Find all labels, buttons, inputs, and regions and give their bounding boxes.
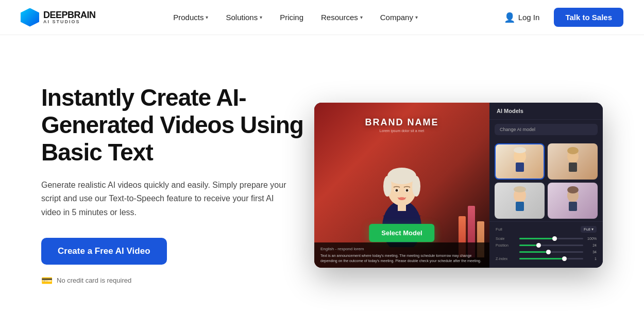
model-card-2[interactable] (548, 143, 598, 180)
video-language: English - respond lorem (320, 247, 483, 251)
svg-point-10 (406, 189, 409, 192)
talk-to-sales-button[interactable]: Talk to Sales (554, 8, 623, 27)
credit-card-icon: 💳 (41, 275, 53, 286)
mockup-container: BRAND NAME Lorem ipsum dolor sit a met (314, 103, 603, 268)
svg-point-4 (387, 168, 416, 184)
scale-slider[interactable] (519, 238, 583, 239)
brand-subtitle: Lorem ipsum dolor sit a met (350, 129, 453, 133)
zindex-slider[interactable] (519, 258, 583, 259)
model-card-3[interactable] (495, 183, 545, 219)
svg-point-13 (514, 147, 526, 153)
create-video-button[interactable]: Create a Free AI Video (41, 238, 167, 265)
y-slider[interactable] (519, 251, 583, 253)
select-model-button[interactable]: Select Model (369, 224, 434, 242)
video-preview-area: BRAND NAME Lorem ipsum dolor sit a met (314, 103, 489, 268)
x-slider[interactable] (519, 245, 583, 246)
full-label: Full (496, 227, 502, 232)
ai-models-panel: AI Models Change AI model (489, 103, 603, 268)
svg-point-11 (398, 197, 405, 200)
scale-select[interactable]: Full ▾ (581, 226, 597, 233)
product-mockup: BRAND NAME Lorem ipsum dolor sit a met (314, 103, 603, 268)
zindex-label: Z-index (496, 257, 516, 261)
user-icon: 👤 (504, 12, 515, 23)
model-avatar-3 (510, 185, 530, 216)
svg-rect-14 (516, 163, 524, 172)
hero-content: Instantly Create AI-Generated Videos Usi… (41, 84, 309, 286)
model-avatar-2 (563, 146, 583, 177)
nav-right: 👤 Log In Talk to Sales (496, 8, 623, 27)
chevron-down-icon: ▾ (206, 14, 208, 20)
no-credit-card-label: 💳 No credit card is required (41, 275, 309, 286)
hero-description: Generate realistic AI videos quickly and… (41, 178, 294, 219)
chevron-down-icon: ▾ (415, 14, 418, 20)
logo-icon (21, 8, 39, 27)
chevron-down-icon: ▾ (260, 14, 262, 20)
nav-company[interactable]: Company ▾ (373, 9, 425, 26)
navbar: DEEPBRAIN AI STUDIOS Products ▾ Solution… (0, 0, 644, 35)
panel-title: AI Models (489, 103, 603, 120)
logo: DEEPBRAIN AI STUDIOS (21, 8, 96, 27)
nav-products[interactable]: Products ▾ (166, 9, 215, 26)
svg-point-5 (383, 176, 392, 197)
panel-controls: Full Full ▾ Scale 100% Position (489, 221, 603, 268)
nav-pricing[interactable]: Pricing (273, 9, 311, 26)
model-avatar-1 (510, 146, 530, 177)
hero-section: Instantly Create AI-Generated Videos Usi… (0, 35, 644, 325)
nav-solutions[interactable]: Solutions ▾ (218, 9, 269, 26)
scale-slider-label: Scale (496, 237, 516, 240)
brand-name-text: BRAND NAME (350, 117, 453, 128)
model-card-4[interactable] (548, 183, 598, 219)
svg-point-22 (567, 186, 579, 193)
svg-point-6 (412, 176, 420, 197)
model-avatar-4 (563, 185, 583, 216)
chevron-down-icon: ▾ (360, 14, 363, 20)
x-position-label: Position (496, 243, 516, 247)
svg-rect-17 (569, 163, 577, 172)
nav-resources[interactable]: Resources ▾ (314, 9, 370, 26)
nav-links: Products ▾ Solutions ▾ Pricing Resources… (166, 9, 425, 26)
svg-rect-20 (516, 202, 524, 211)
model-search[interactable]: Change AI model (495, 124, 598, 135)
svg-point-16 (567, 147, 579, 154)
video-caption-text: Text is an announcement where today's me… (320, 253, 483, 264)
logo-brand: DEEPBRAIN (43, 10, 96, 20)
logo-sub: AI STUDIOS (43, 20, 96, 24)
video-caption-bar: English - respond lorem Text is an annou… (314, 242, 489, 268)
login-button[interactable]: 👤 Log In (496, 8, 548, 27)
model-card-1[interactable] (495, 143, 545, 180)
model-grid (489, 139, 603, 221)
svg-point-8 (396, 189, 398, 192)
svg-point-19 (514, 186, 526, 192)
svg-rect-23 (569, 202, 577, 211)
hero-title: Instantly Create AI-Generated Videos Usi… (41, 84, 309, 166)
